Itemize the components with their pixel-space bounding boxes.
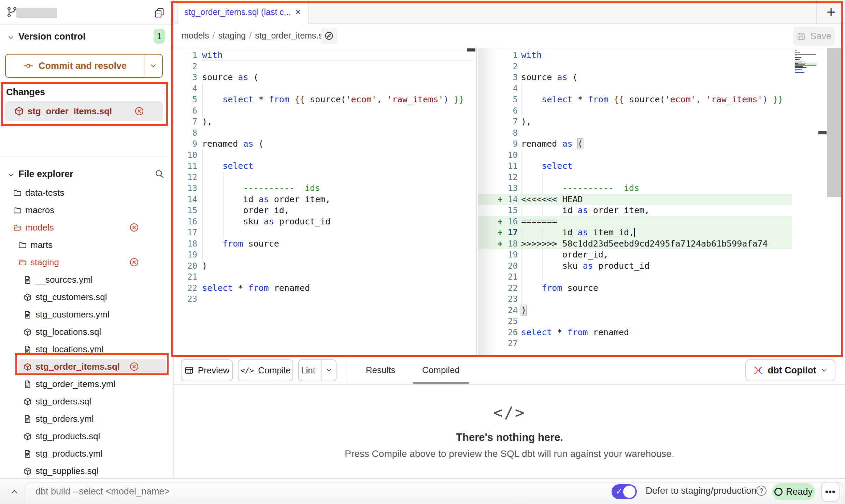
commit-and-resolve-button[interactable]: Commit and resolve [6,55,144,77]
file-item-macros[interactable]: macros [0,202,173,219]
discard-change-icon[interactable] [129,361,139,372]
discard-change-icon[interactable] [134,106,144,116]
code-line-4[interactable]: 4 [174,83,476,94]
tab-compiled-code[interactable]: Compiled code [413,356,469,384]
code-line-14[interactable]: 14 id as order_item, [174,194,476,205]
discard-change-icon[interactable] [129,222,139,233]
file-item-stg_supplies.sql[interactable]: stg_supplies.sql [0,462,173,478]
file-item-stg_order_items.yml[interactable]: stg_order_items.yml [0,375,173,393]
code-line-21[interactable]: 21 [174,271,476,283]
code-line-23[interactable]: 23 [174,294,476,305]
code-line-12[interactable]: 12 [478,172,845,183]
left-scrollbar-thumb[interactable] [467,48,475,51]
code-line-10[interactable]: 10 [478,150,845,161]
editor-pane-modified[interactable]: 1with23source as (45 select * from {{ so… [478,48,845,356]
code-line-8[interactable]: 8 [478,128,845,139]
file-item-__sources.yml[interactable]: __sources.yml [0,271,173,288]
code-line-17[interactable]: +17 id as item_id, [478,227,845,238]
defer-toggle[interactable]: ✓ [612,484,637,499]
code-line-1[interactable]: 1with [478,50,845,61]
code-line-6[interactable]: 6 [478,105,845,117]
version-control-header[interactable]: Version control 1 [0,29,173,46]
preview-button[interactable]: Preview [181,359,233,381]
code-line-16[interactable]: 16 sku as product_id [174,216,476,227]
tab-stg-order-items[interactable]: stg_order_items.sql (last c... × [177,0,309,24]
code-line-26[interactable]: 26select * from renamed [478,327,845,338]
file-item-staging[interactable]: staging [0,254,173,271]
code-line-14[interactable]: +14<<<<<<< HEAD [478,194,845,205]
code-line-11[interactable]: 11 select [174,161,476,172]
code-line-1[interactable]: 1with [174,50,476,61]
code-line-9[interactable]: 9renamed as ( [478,138,845,150]
code-line-18[interactable]: +18>>>>>>> 58c1dd23d5eebd9cd2495fa7124ab… [478,238,845,250]
editor-pane-original[interactable]: 1with23source as (45 select * from {{ so… [174,48,477,356]
file-item-stg_locations.sql[interactable]: stg_locations.sql [0,323,173,341]
code-line-3[interactable]: 3source as ( [174,72,476,83]
code-line-11[interactable]: 11 select [478,161,845,172]
code-line-3[interactable]: 3source as ( [478,72,845,83]
code-line-23[interactable]: 23 [478,294,845,305]
search-icon[interactable] [154,169,164,179]
file-item-stg_order_items.sql[interactable]: stg_order_items.sql [0,358,173,375]
chevron-up-icon[interactable] [10,487,19,496]
code-line-5[interactable]: 5 select * from {{ source('ecom', 'raw_i… [478,94,845,105]
more-options-button[interactable]: ••• [821,482,840,502]
right-scrollbar[interactable] [827,48,842,197]
code-line-15[interactable]: 15 id as order_item, [478,205,845,216]
discard-change-icon[interactable] [129,257,139,267]
file-item-data-tests[interactable]: data-tests [0,184,173,202]
code-line-18[interactable]: 18 from source [174,238,476,250]
file-item-stg_customers.yml[interactable]: stg_customers.yml [0,306,173,323]
code-line-6[interactable]: 6 [174,105,476,117]
code-line-13[interactable]: 13 ---------- ids [174,183,476,194]
code-line-10[interactable]: 10 [174,150,476,161]
save-button[interactable]: Save [793,27,835,46]
code-line-17[interactable]: 17 [174,227,476,238]
code-line-27[interactable]: 27 [478,338,845,349]
code-line-2[interactable]: 2 [478,61,845,72]
file-item-models[interactable]: models [0,219,173,236]
lint-split-button[interactable]: Lint [298,359,336,381]
code-line-9[interactable]: 9renamed as ( [174,138,476,150]
code-line-5[interactable]: 5 select * from {{ source('ecom', 'raw_i… [174,94,476,105]
file-item-stg_locations.yml[interactable]: stg_locations.yml [0,341,173,358]
help-icon[interactable]: ? [756,486,767,496]
changed-file-row[interactable]: stg_order_items.sql [5,101,163,121]
file-item-stg_products.yml[interactable]: stg_products.yml [0,445,173,462]
compile-button[interactable]: </> Compile [238,359,293,381]
code-line-22[interactable]: 22 from source [478,283,845,294]
code-line-20[interactable]: 20) [174,261,476,272]
code-line-15[interactable]: 15 order_id, [174,205,476,216]
code-line-20[interactable]: 20 sku as product_id [478,261,845,272]
file-item-stg_orders.sql[interactable]: stg_orders.sql [0,393,173,410]
code-line-4[interactable]: 4 [478,83,845,94]
chevron-down-icon[interactable] [7,171,15,179]
code-line-8[interactable]: 8 [174,128,476,139]
breadcrumb-file[interactable]: stg_order_items.sql [255,31,329,40]
command-input[interactable]: dbt build --select <model_name> [35,486,170,497]
code-line-21[interactable]: 21 [478,271,845,283]
code-line-22[interactable]: 22select * from renamed [174,283,476,294]
code-line-7[interactable]: 7), [478,116,845,128]
code-line-16[interactable]: +16======= [478,216,845,227]
new-tab-button[interactable]: + [816,0,845,24]
close-icon[interactable]: × [295,7,301,17]
file-item-marts[interactable]: marts [0,236,173,254]
breadcrumb-models[interactable]: models [182,31,209,40]
lint-options-caret[interactable] [321,360,336,381]
code-line-25[interactable]: 25 [478,316,845,327]
code-line-13[interactable]: 13 ---------- ids [478,183,845,194]
chevron-down-icon[interactable] [7,33,15,42]
file-explorer-header[interactable]: File explorer [0,166,173,183]
file-item-stg_customers.sql[interactable]: stg_customers.sql [0,288,173,306]
breadcrumb-staging[interactable]: staging [218,31,246,40]
tab-results[interactable]: Results [360,356,401,384]
code-line-7[interactable]: 7), [174,116,476,128]
code-line-24[interactable]: 24) [478,305,845,316]
code-line-2[interactable]: 2 [174,61,476,72]
file-item-stg_products.sql[interactable]: stg_products.sql [0,428,173,445]
code-line-12[interactable]: 12 [174,172,476,183]
copy-icon[interactable] [154,7,164,18]
code-line-19[interactable]: 19 order_id, [478,249,845,261]
minimap[interactable] [794,50,817,74]
